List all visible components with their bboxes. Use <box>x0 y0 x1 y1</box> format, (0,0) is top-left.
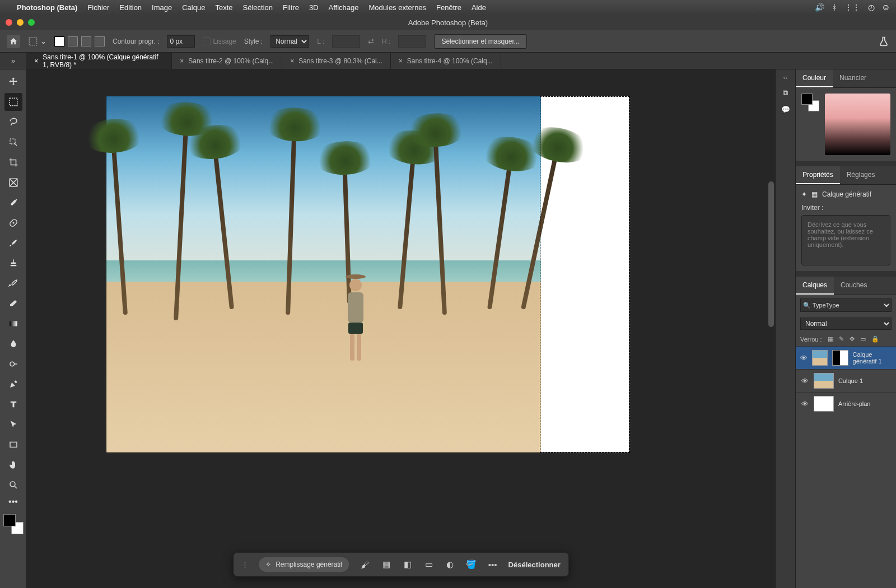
move-tool[interactable] <box>4 73 22 91</box>
close-icon[interactable]: × <box>180 57 184 65</box>
menu-image[interactable]: Image <box>152 3 172 12</box>
clock-icon[interactable]: ◴ <box>868 3 875 12</box>
grip-icon[interactable]: ⋮ <box>241 561 249 569</box>
menu-view[interactable]: Affichage <box>329 3 359 12</box>
frame-tool[interactable] <box>4 174 22 192</box>
layer-thumb[interactable] <box>812 350 828 366</box>
select-and-mask-button[interactable]: Sélectionner et masquer... <box>434 34 526 49</box>
hand-tool[interactable] <box>4 456 22 474</box>
fill-icon[interactable]: 🪣 <box>466 559 477 570</box>
generative-fill-button[interactable]: ✧ Remplissage génératif <box>259 557 349 572</box>
beaker-icon[interactable] <box>878 36 889 47</box>
eyedropper-tool[interactable] <box>4 194 22 212</box>
brush-tool[interactable] <box>4 234 22 252</box>
eye-icon[interactable]: 👁 <box>800 377 809 385</box>
lasso-tool[interactable] <box>4 113 22 131</box>
close-icon[interactable]: × <box>399 57 403 65</box>
wifi-icon[interactable]: ⋮⋮ <box>844 3 860 12</box>
marquee-tool-preset[interactable]: ⌄ <box>28 36 46 46</box>
menu-layer[interactable]: Calque <box>182 3 205 12</box>
menu-plugins[interactable]: Modules externes <box>368 3 426 12</box>
traffic-maximize[interactable] <box>28 19 35 26</box>
invert-select-icon[interactable]: ◧ <box>402 559 413 570</box>
menu-filter[interactable]: Filtre <box>283 3 299 12</box>
menu-help[interactable]: Aide <box>472 3 486 12</box>
layer-thumb[interactable] <box>814 373 834 389</box>
layer-row-1[interactable]: 👁 Calque 1 <box>796 369 896 392</box>
libraries-icon[interactable]: ⧉ <box>783 88 788 97</box>
menu-window[interactable]: Fenêtre <box>436 3 461 12</box>
deselect-button[interactable]: Désélectionner <box>508 561 561 569</box>
expand-panels-icon[interactable]: » <box>11 57 15 65</box>
blend-mode-select[interactable]: Normal <box>800 318 892 330</box>
traffic-close[interactable] <box>6 19 12 26</box>
more-icon[interactable]: ••• <box>487 560 498 570</box>
layer-thumb[interactable] <box>814 396 834 412</box>
fg-bg-swatch[interactable] <box>3 514 24 534</box>
eye-icon[interactable]: 👁 <box>800 400 809 408</box>
tab-couleur[interactable]: Couleur <box>796 69 833 87</box>
selection-new-icon[interactable] <box>54 36 64 46</box>
tab-proprietes[interactable]: Propriétés <box>796 166 840 184</box>
style-select[interactable]: Normal <box>270 35 309 48</box>
doc-tab-4[interactable]: × Sans titre-4 @ 100% (Calq... <box>391 53 501 69</box>
modify-select-icon[interactable]: ▦ <box>381 559 392 570</box>
close-icon[interactable]: × <box>290 57 294 65</box>
adjustment-icon[interactable]: ◐ <box>445 559 456 570</box>
healing-tool[interactable] <box>4 214 22 232</box>
prompt-textarea[interactable]: Décrivez ce que vous souhaitez, ou laiss… <box>801 215 890 265</box>
selection-intersect-icon[interactable] <box>95 36 105 46</box>
doc-tab-1[interactable]: × Sans titre-1 @ 100% (Calque génératif … <box>26 53 172 69</box>
app-name[interactable]: Photoshop (Beta) <box>17 3 77 12</box>
stamp-tool[interactable] <box>4 254 22 272</box>
feather-input[interactable] <box>167 35 195 48</box>
gradient-tool[interactable] <box>4 315 22 333</box>
mask-icon[interactable]: ▭ <box>423 559 435 570</box>
color-fgbg-swatch[interactable] <box>801 94 819 111</box>
menu-file[interactable]: Fichier <box>87 3 109 12</box>
menu-3d[interactable]: 3D <box>309 3 319 12</box>
lock-brush-icon[interactable]: ✎ <box>839 335 844 343</box>
traffic-minimize[interactable] <box>17 19 24 26</box>
dodge-tool[interactable] <box>4 355 22 373</box>
tab-couches[interactable]: Couches <box>834 277 874 295</box>
history-brush-tool[interactable] <box>4 274 22 292</box>
layer-mask-thumb[interactable] <box>832 350 848 366</box>
path-select-tool[interactable] <box>4 416 22 433</box>
control-center-icon[interactable]: ⊜ <box>883 3 889 12</box>
tab-nuancier[interactable]: Nuancier <box>833 69 873 87</box>
menu-edit[interactable]: Edition <box>119 3 142 12</box>
bluetooth-icon[interactable]: ᚼ <box>832 3 837 12</box>
eye-icon[interactable]: 👁 <box>800 354 808 362</box>
canvas-area[interactable]: ⋮ ✧ Remplissage génératif 🖌 ▦ ◧ ▭ ◐ 🪣 ••… <box>27 69 775 588</box>
color-picker[interactable] <box>825 94 890 155</box>
edit-toolbar-button[interactable]: ••• <box>4 496 22 507</box>
doc-tab-2[interactable]: × Sans titre-2 @ 100% (Calq... <box>172 53 282 69</box>
quick-select-tool[interactable] <box>4 133 22 151</box>
tab-reglages[interactable]: Réglages <box>840 166 882 184</box>
selection-add-icon[interactable] <box>68 36 78 46</box>
marquee-tool[interactable] <box>4 93 22 111</box>
menu-text[interactable]: Texte <box>215 3 232 12</box>
close-icon[interactable]: × <box>34 57 38 65</box>
layer-row-background[interactable]: 👁 Arrière-plan <box>796 392 896 415</box>
lock-all-icon[interactable]: 🔒 <box>871 335 879 343</box>
comments-icon[interactable]: 💬 <box>781 105 790 114</box>
lock-artboard-icon[interactable]: ▭ <box>860 335 866 343</box>
brush-select-icon[interactable]: 🖌 <box>360 560 371 570</box>
fg-color-swatch[interactable] <box>3 514 16 526</box>
doc-tab-3[interactable]: × Sans titre-3 @ 80,3% (Cal... <box>282 53 391 69</box>
home-button[interactable] <box>7 35 20 48</box>
tab-calques[interactable]: Calques <box>796 277 834 295</box>
selection-subtract-icon[interactable] <box>81 36 91 46</box>
lock-transparency-icon[interactable]: ▦ <box>828 335 833 343</box>
type-tool[interactable] <box>4 395 22 413</box>
document-canvas[interactable] <box>106 96 629 452</box>
lock-position-icon[interactable]: ✥ <box>850 335 855 343</box>
menu-select[interactable]: Sélection <box>243 3 273 12</box>
zoom-tool[interactable] <box>4 476 22 494</box>
vertical-scrollbar[interactable] <box>768 181 774 327</box>
shape-tool[interactable] <box>4 436 22 454</box>
sound-icon[interactable]: 🔊 <box>815 3 824 12</box>
eraser-tool[interactable] <box>4 295 22 312</box>
